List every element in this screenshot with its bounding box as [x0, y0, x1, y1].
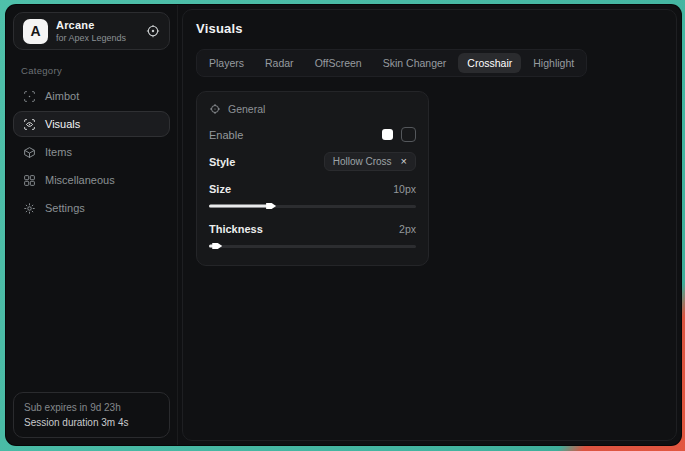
slider-track — [209, 245, 416, 248]
clear-style-icon[interactable]: × — [401, 156, 407, 167]
panel-title: General — [228, 103, 265, 115]
sidebar-item-label: Settings — [45, 202, 85, 214]
thickness-value: 2px — [399, 223, 416, 235]
general-panel: General Enable Style Hollow Cross × Size… — [196, 91, 429, 266]
misc-grid-icon — [23, 174, 36, 187]
app-logo: A — [23, 19, 48, 44]
tab-players[interactable]: Players — [200, 53, 253, 73]
main-pane: Visuals Players Radar OffScreen Skin Cha… — [182, 9, 677, 441]
size-label: Size — [209, 183, 231, 195]
enable-checkbox[interactable] — [382, 129, 393, 140]
size-value: 10px — [393, 183, 416, 195]
tab-offscreen[interactable]: OffScreen — [306, 53, 371, 73]
panel-header: General — [209, 103, 416, 115]
thickness-label: Thickness — [209, 223, 263, 235]
thickness-row: Thickness 2px — [209, 223, 416, 235]
sidebar: A Arcane for Apex Legends Category — [6, 5, 178, 445]
sidebar-item-label: Items — [45, 146, 72, 158]
enable-row: Enable — [209, 127, 416, 142]
style-row: Style Hollow Cross × — [209, 152, 416, 171]
sub-expires-text: Sub expires in 9d 23h — [24, 400, 159, 415]
sidebar-spacer — [13, 223, 170, 392]
sidebar-item-items[interactable]: Items — [13, 139, 170, 165]
tab-crosshair[interactable]: Crosshair — [458, 53, 521, 73]
slider-fill — [209, 245, 217, 248]
enable-label: Enable — [209, 129, 243, 141]
crosshair-icon[interactable] — [146, 24, 160, 38]
app-window: A Arcane for Apex Legends Category — [5, 4, 682, 446]
slider-thumb[interactable] — [266, 202, 276, 210]
style-label: Style — [209, 156, 235, 168]
style-value: Hollow Cross — [333, 156, 392, 167]
sidebar-item-miscellaneous[interactable]: Miscellaneous — [13, 167, 170, 193]
sidebar-item-label: Miscellaneous — [45, 174, 115, 186]
sidebar-item-label: Visuals — [45, 118, 80, 130]
thickness-slider[interactable] — [209, 241, 416, 251]
enable-controls — [382, 127, 416, 142]
tab-bar: Players Radar OffScreen Skin Changer Cro… — [196, 49, 587, 77]
sidebar-item-settings[interactable]: Settings — [13, 195, 170, 221]
category-label: Category — [21, 65, 170, 76]
brand-text: Arcane for Apex Legends — [56, 19, 138, 43]
app-subtitle: for Apex Legends — [56, 33, 138, 43]
items-box-icon — [23, 146, 36, 159]
tab-radar[interactable]: Radar — [256, 53, 303, 73]
sidebar-item-visuals[interactable]: Visuals — [13, 111, 170, 137]
style-select[interactable]: Hollow Cross × — [324, 152, 416, 171]
size-row: Size 10px — [209, 183, 416, 195]
aimbot-crosshair-icon — [23, 90, 36, 103]
tab-skin-changer[interactable]: Skin Changer — [374, 53, 456, 73]
slider-fill — [209, 205, 271, 208]
session-duration-text: Session duration 3m 4s — [24, 415, 159, 430]
size-slider[interactable] — [209, 201, 416, 211]
page-title: Visuals — [196, 21, 663, 36]
gear-icon — [23, 202, 36, 215]
sidebar-item-aimbot[interactable]: Aimbot — [13, 83, 170, 109]
sidebar-item-label: Aimbot — [45, 90, 79, 102]
subscription-card: Sub expires in 9d 23h Session duration 3… — [13, 392, 170, 438]
app-name: Arcane — [56, 19, 138, 31]
brand-card: A Arcane for Apex Legends — [13, 12, 170, 50]
visuals-eye-icon — [23, 118, 36, 131]
enable-keybind-box[interactable] — [401, 127, 416, 142]
slider-thumb[interactable] — [212, 242, 222, 250]
crosshair-target-icon — [209, 103, 221, 115]
tab-highlight[interactable]: Highlight — [524, 53, 583, 73]
